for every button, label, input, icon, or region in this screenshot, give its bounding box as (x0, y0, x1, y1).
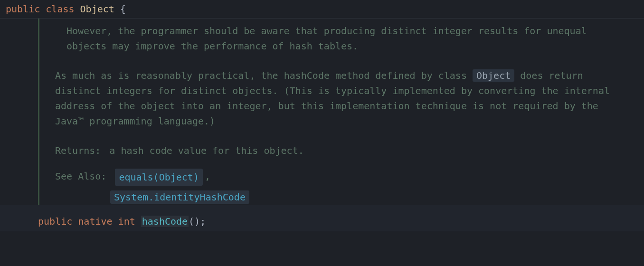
javadoc-content: However, the programmer should be aware … (38, 23, 644, 205)
method-declaration-line[interactable]: public native int hashCode(); (0, 205, 644, 231)
method-name-hashcode: hashCode (141, 216, 189, 227)
keyword-int: int (118, 216, 135, 227)
javadoc-text: However, the programmer should be aware … (66, 25, 587, 52)
method-punctuation: (); (189, 216, 206, 227)
keyword-public: public (38, 216, 72, 227)
keyword-class: class (46, 3, 74, 15)
seealso-link-identityhashcode[interactable]: System.identityHashCode (110, 190, 249, 204)
javadoc-area: However, the programmer should be aware … (0, 19, 644, 205)
returns-value: a hash code value for this object. (109, 143, 303, 158)
javadoc-returns-row: Returns: a hash code value for this obje… (55, 143, 630, 158)
javadoc-seealso-row: See Also: equals(Object), System.identit… (55, 169, 630, 205)
javadoc-text: As much as is reasonably practical, the … (55, 70, 473, 81)
seealso-separator: , (205, 169, 210, 184)
javadoc-border (38, 19, 39, 205)
class-name: Object (80, 3, 114, 15)
seealso-link-equals[interactable]: equals(Object) (115, 169, 203, 186)
breadcrumb-header: public class Object { (0, 0, 644, 19)
open-brace: { (120, 3, 126, 15)
javadoc-paragraph: However, the programmer should be aware … (55, 23, 630, 54)
keyword-public: public (6, 3, 40, 15)
returns-label: Returns: (55, 143, 101, 158)
javadoc-paragraph: As much as is reasonably practical, the … (55, 68, 630, 129)
keyword-native: native (78, 216, 112, 227)
inline-code-object: Object (473, 69, 514, 82)
seealso-label: See Also: (55, 169, 106, 184)
